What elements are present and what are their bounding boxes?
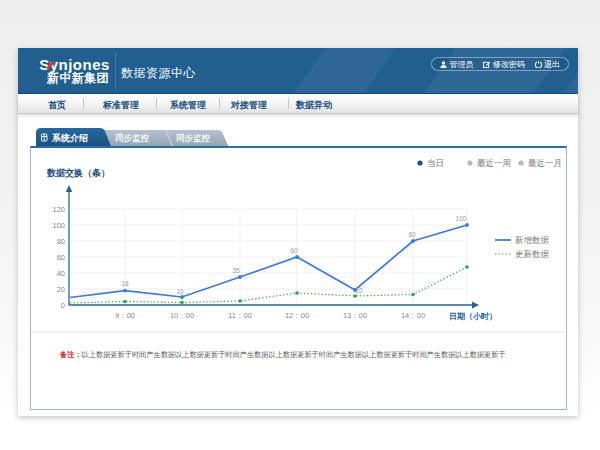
svg-text:日期（小时）: 日期（小时） — [449, 312, 497, 321]
svg-text:10: 10 — [176, 288, 184, 295]
svg-text:60: 60 — [57, 253, 65, 262]
svg-text:80: 80 — [408, 231, 416, 238]
svg-text:10：00: 10：00 — [170, 311, 194, 320]
svg-text:10: 10 — [355, 287, 363, 294]
svg-text:同步监控: 同步监控 — [176, 133, 211, 143]
svg-text:9：00: 9：00 — [115, 311, 135, 320]
svg-text:35: 35 — [232, 267, 240, 274]
svg-text:12：00: 12：00 — [285, 311, 309, 320]
svg-text:13：00: 13：00 — [343, 311, 367, 320]
svg-text:40: 40 — [57, 269, 65, 278]
svg-text:系统介绍: 系统介绍 — [51, 133, 88, 143]
svg-text:数据交换（条）: 数据交换（条） — [46, 168, 110, 178]
svg-text:18: 18 — [121, 280, 129, 287]
svg-text:80: 80 — [57, 237, 65, 246]
svg-text:14：00: 14：00 — [401, 311, 425, 320]
svg-text:最近一周: 最近一周 — [477, 158, 511, 168]
svg-text:更新数据: 更新数据 — [515, 249, 550, 259]
svg-text:120: 120 — [52, 205, 65, 214]
svg-text:20: 20 — [57, 285, 65, 294]
svg-text:60: 60 — [290, 247, 298, 254]
svg-text:当日: 当日 — [427, 158, 444, 168]
svg-text:同步监控: 同步监控 — [115, 133, 150, 143]
svg-text:100: 100 — [52, 221, 65, 230]
svg-text:新增数据: 新增数据 — [515, 235, 550, 245]
svg-text:0: 0 — [61, 301, 65, 310]
svg-text:11：00: 11：00 — [228, 311, 252, 320]
svg-text:最近一月: 最近一月 — [528, 158, 562, 168]
svg-text:100: 100 — [456, 215, 467, 222]
